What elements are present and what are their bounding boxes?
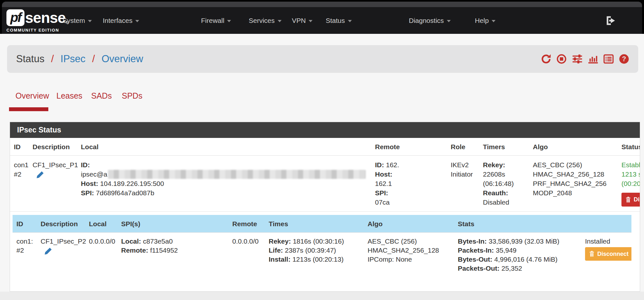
col-header-local: Local xyxy=(85,215,117,233)
col-header-role: Role xyxy=(447,138,479,156)
chevron-down-icon xyxy=(309,20,312,22)
col-header-spis: SPI(s) xyxy=(117,215,228,233)
cell-algo: AES_CBC (256) HMAC_SHA2_256_128 IPComp: … xyxy=(364,233,454,277)
tab-overview[interactable]: Overview xyxy=(15,91,49,101)
window-chrome-strip xyxy=(2,2,642,7)
trash-icon xyxy=(589,251,595,257)
breadcrumb: Status / IPsec / Overview xyxy=(7,45,638,73)
col-header-id: ID xyxy=(13,215,37,233)
cell-description: CF1_IPsec_P2 xyxy=(37,233,85,277)
refresh-icon[interactable] xyxy=(541,54,551,64)
table-header-row: ID Description Local Remote Role Timers … xyxy=(10,138,640,156)
redacted-blur xyxy=(108,170,366,179)
status-state: Installed xyxy=(585,237,628,246)
col-header-timers: Timers xyxy=(479,138,529,156)
status-state: Established xyxy=(621,160,640,169)
nav-item-status[interactable]: Status xyxy=(326,7,352,34)
page-background-strip xyxy=(0,292,644,300)
nav-item-label: VPN xyxy=(292,17,306,24)
col-header-local: Local xyxy=(77,138,371,156)
chevron-down-icon xyxy=(88,20,92,22)
nav-item-interfaces[interactable]: Interfaces xyxy=(103,7,139,34)
tab-leases[interactable]: Leases xyxy=(56,91,82,101)
pfsense-logo[interactable]: pf sense ® COMMUNITY EDITION xyxy=(6,9,68,33)
cell-id: con1 #2 xyxy=(10,156,29,212)
stop-icon[interactable] xyxy=(556,54,567,64)
disconnect-button[interactable]: Disconnect xyxy=(585,247,631,261)
nav-item-diagnostics[interactable]: Diagnostics xyxy=(409,7,451,34)
breadcrumb-link-ipsec[interactable]: IPsec xyxy=(61,53,86,64)
nav-item-label: Status xyxy=(326,17,345,24)
cell-id: con1: #2 xyxy=(13,233,37,277)
svg-text:?: ? xyxy=(622,55,626,63)
cell-status: Installed xyxy=(581,233,631,277)
child-table-cell: ID Description Local SPI(s) Remote Times… xyxy=(10,212,640,277)
nav-item-services[interactable]: Services xyxy=(249,7,282,34)
cell-remote: ID:162. Host: 162.1 SPI: 07ca xyxy=(371,156,447,212)
nav-item-firewall[interactable]: Firewall xyxy=(201,7,231,34)
cell-status: Established 1213 seconds (00:20:13) xyxy=(618,156,640,212)
nav-item-label: Interfaces xyxy=(103,17,132,24)
chevron-down-icon xyxy=(447,20,451,22)
pfsense-logo-word: sense xyxy=(25,9,65,26)
active-tab-underline xyxy=(9,107,48,111)
panel-title: IPsec Status xyxy=(10,122,640,138)
edit-pencil-icon[interactable] xyxy=(36,171,44,181)
nav-item-label: Help xyxy=(475,17,489,24)
sliders-icon[interactable] xyxy=(572,54,583,64)
col-header-algo: Algo xyxy=(529,138,618,156)
table-row: con1 #2 CF1_IPsec_P1 ID: ipsec@a Host:10… xyxy=(10,156,640,212)
pfsense-logo-mark: pf xyxy=(6,9,24,26)
navbar: pf sense ® COMMUNITY EDITION System Inte… xyxy=(2,7,642,34)
table-row: con1: #2 CF1_IPsec_P2 xyxy=(13,233,631,277)
col-header-remote: Remote xyxy=(228,215,265,233)
status-time: (00:20:13) xyxy=(621,179,640,188)
tab-spds[interactable]: SPDs xyxy=(122,91,142,101)
log-icon[interactable] xyxy=(603,54,614,64)
col-header-status: Status xyxy=(618,138,640,156)
nav-item-label: Diagnostics xyxy=(409,17,444,24)
child-header-row: ID Description Local SPI(s) Remote Times… xyxy=(13,215,631,233)
nav-item-label: Firewall xyxy=(201,17,224,24)
ipsec-status-table: ID Description Local Remote Role Timers … xyxy=(10,138,640,277)
sign-out-icon[interactable] xyxy=(605,15,616,26)
brand-tagline: COMMUNITY EDITION xyxy=(6,28,68,33)
cell-timers: Rekey: 22608s (06:16:48) Reauth: Disable… xyxy=(479,156,529,212)
chevron-down-icon xyxy=(227,20,231,22)
disconnect-button[interactable]: Disconnect xyxy=(621,193,640,207)
col-header-blank xyxy=(581,215,631,233)
cell-remote: 0.0.0.0/0 xyxy=(228,233,265,277)
breadcrumb-section: Status xyxy=(16,53,44,64)
col-header-times: Times xyxy=(265,215,364,233)
cell-spis: Local:c873e5a0 Remote:f1154952 xyxy=(117,233,228,277)
edit-pencil-icon[interactable] xyxy=(44,247,52,258)
nav-item-help[interactable]: Help xyxy=(475,7,495,34)
cell-algo: AES_CBC (256) HMAC_SHA2_256_128 PRF_HMAC… xyxy=(529,156,618,212)
cell-description: CF1_IPsec_P1 xyxy=(29,156,77,212)
col-header-description: Description xyxy=(29,138,77,156)
cell-role: IKEv2 Initiator xyxy=(447,156,479,212)
col-header-algo: Algo xyxy=(364,215,454,233)
col-header-remote: Remote xyxy=(371,138,447,156)
col-header-description: Description xyxy=(37,215,85,233)
ipsec-status-panel: IPsec Status ID Description Local Remote… xyxy=(10,122,640,292)
cell-local: ID: ipsec@a Host:104.189.226.195:500 SPI… xyxy=(77,156,371,212)
nav-item-system[interactable]: System xyxy=(62,7,92,34)
col-header-stats: Stats xyxy=(454,215,581,233)
chart-icon[interactable] xyxy=(588,54,598,64)
cell-local: 0.0.0.0/0 xyxy=(85,233,117,277)
col-header-id: ID xyxy=(10,138,29,156)
chevron-down-icon xyxy=(348,20,352,22)
help-icon[interactable]: ? xyxy=(619,54,629,64)
cell-times: Rekey:1816s (00:30:16) Life:2387s (00:39… xyxy=(265,233,364,277)
tab-sads[interactable]: SADs xyxy=(91,91,112,101)
chevron-down-icon xyxy=(278,20,282,22)
nav-item-vpn[interactable]: VPN xyxy=(292,7,312,34)
chevron-down-icon xyxy=(492,20,495,22)
breadcrumb-toolbar: ? xyxy=(541,54,629,64)
ipsec-p2-table: ID Description Local SPI(s) Remote Times… xyxy=(13,215,631,277)
breadcrumb-link-overview[interactable]: Overview xyxy=(101,53,143,64)
child-table-row-container: ID Description Local SPI(s) Remote Times… xyxy=(10,212,640,277)
breadcrumb-separator: / xyxy=(51,53,54,64)
nav-item-label: System xyxy=(62,17,85,24)
